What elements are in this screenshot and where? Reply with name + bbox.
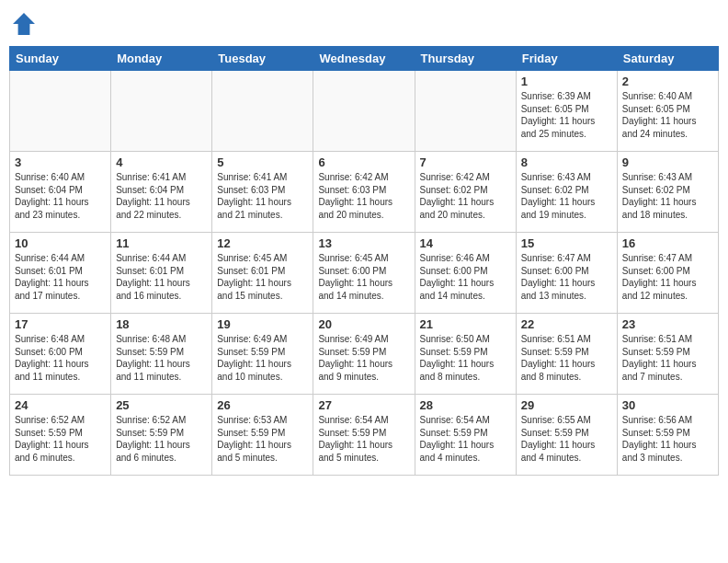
calendar-cell: 24Sunrise: 6:52 AMSunset: 5:59 PMDayligh… <box>10 395 111 476</box>
calendar-cell: 18Sunrise: 6:48 AMSunset: 5:59 PMDayligh… <box>111 314 212 395</box>
calendar-cell: 28Sunrise: 6:54 AMSunset: 5:59 PMDayligh… <box>415 395 516 476</box>
day-info: Sunrise: 6:55 AMSunset: 5:59 PMDaylight:… <box>521 414 612 464</box>
day-number: 4 <box>116 155 207 169</box>
day-number: 11 <box>116 236 207 250</box>
calendar-cell: 26Sunrise: 6:53 AMSunset: 5:59 PMDayligh… <box>212 395 313 476</box>
day-info: Sunrise: 6:47 AMSunset: 6:00 PMDaylight:… <box>521 252 612 302</box>
day-info: Sunrise: 6:49 AMSunset: 5:59 PMDaylight:… <box>217 333 308 383</box>
day-number: 13 <box>318 236 409 250</box>
day-info: Sunrise: 6:56 AMSunset: 5:59 PMDaylight:… <box>622 414 713 464</box>
svg-marker-0 <box>13 13 35 35</box>
day-info: Sunrise: 6:43 AMSunset: 6:02 PMDaylight:… <box>521 171 612 221</box>
calendar-cell <box>212 71 313 152</box>
calendar-cell: 12Sunrise: 6:45 AMSunset: 6:01 PMDayligh… <box>212 233 313 314</box>
day-info: Sunrise: 6:41 AMSunset: 6:04 PMDaylight:… <box>116 171 207 221</box>
day-number: 6 <box>318 155 409 169</box>
day-number: 20 <box>318 317 409 331</box>
day-number: 24 <box>15 398 106 412</box>
calendar-cell: 13Sunrise: 6:45 AMSunset: 6:00 PMDayligh… <box>313 233 415 314</box>
day-info: Sunrise: 6:43 AMSunset: 6:02 PMDaylight:… <box>622 171 713 221</box>
calendar-cell <box>10 71 111 152</box>
weekday-header: Sunday <box>10 47 111 71</box>
calendar-cell: 29Sunrise: 6:55 AMSunset: 5:59 PMDayligh… <box>516 395 617 476</box>
day-number: 15 <box>521 236 612 250</box>
calendar-cell: 1Sunrise: 6:39 AMSunset: 6:05 PMDaylight… <box>516 71 617 152</box>
day-number: 18 <box>116 317 207 331</box>
day-number: 2 <box>622 75 713 88</box>
calendar-cell: 9Sunrise: 6:43 AMSunset: 6:02 PMDaylight… <box>617 152 718 233</box>
day-info: Sunrise: 6:42 AMSunset: 6:02 PMDaylight:… <box>420 171 511 221</box>
day-info: Sunrise: 6:44 AMSunset: 6:01 PMDaylight:… <box>116 252 207 302</box>
day-number: 16 <box>622 236 713 250</box>
calendar-cell: 10Sunrise: 6:44 AMSunset: 6:01 PMDayligh… <box>10 233 111 314</box>
day-number: 12 <box>217 236 308 250</box>
calendar-cell: 23Sunrise: 6:51 AMSunset: 5:59 PMDayligh… <box>617 314 718 395</box>
calendar-cell: 2Sunrise: 6:40 AMSunset: 6:05 PMDaylight… <box>617 71 718 152</box>
day-number: 7 <box>420 155 511 169</box>
day-info: Sunrise: 6:47 AMSunset: 6:00 PMDaylight:… <box>622 252 713 302</box>
day-number: 30 <box>622 398 713 412</box>
day-info: Sunrise: 6:54 AMSunset: 5:59 PMDaylight:… <box>420 414 511 464</box>
day-number: 28 <box>420 398 511 412</box>
calendar-cell: 27Sunrise: 6:54 AMSunset: 5:59 PMDayligh… <box>313 395 415 476</box>
day-info: Sunrise: 6:40 AMSunset: 6:05 PMDaylight:… <box>622 90 713 140</box>
calendar-week-row: 1Sunrise: 6:39 AMSunset: 6:05 PMDaylight… <box>10 71 719 152</box>
day-info: Sunrise: 6:53 AMSunset: 5:59 PMDaylight:… <box>217 414 308 464</box>
calendar-cell: 5Sunrise: 6:41 AMSunset: 6:03 PMDaylight… <box>212 152 313 233</box>
day-number: 26 <box>217 398 308 412</box>
day-number: 17 <box>15 317 106 331</box>
calendar-cell: 30Sunrise: 6:56 AMSunset: 5:59 PMDayligh… <box>617 395 718 476</box>
calendar-cell: 11Sunrise: 6:44 AMSunset: 6:01 PMDayligh… <box>111 233 212 314</box>
day-number: 22 <box>521 317 612 331</box>
day-number: 9 <box>622 155 713 169</box>
calendar-week-row: 24Sunrise: 6:52 AMSunset: 5:59 PMDayligh… <box>10 395 719 476</box>
calendar-cell: 15Sunrise: 6:47 AMSunset: 6:00 PMDayligh… <box>516 233 617 314</box>
weekday-header: Thursday <box>415 47 516 71</box>
calendar-cell: 8Sunrise: 6:43 AMSunset: 6:02 PMDaylight… <box>516 152 617 233</box>
day-info: Sunrise: 6:52 AMSunset: 5:59 PMDaylight:… <box>116 414 207 464</box>
calendar-week-row: 10Sunrise: 6:44 AMSunset: 6:01 PMDayligh… <box>10 233 719 314</box>
day-number: 3 <box>15 155 106 169</box>
day-info: Sunrise: 6:50 AMSunset: 5:59 PMDaylight:… <box>420 333 511 383</box>
day-number: 14 <box>420 236 511 250</box>
calendar-cell: 20Sunrise: 6:49 AMSunset: 5:59 PMDayligh… <box>313 314 415 395</box>
calendar-week-row: 3Sunrise: 6:40 AMSunset: 6:04 PMDaylight… <box>10 152 719 233</box>
calendar-cell: 7Sunrise: 6:42 AMSunset: 6:02 PMDaylight… <box>415 152 516 233</box>
day-info: Sunrise: 6:45 AMSunset: 6:01 PMDaylight:… <box>217 252 308 302</box>
calendar-cell: 17Sunrise: 6:48 AMSunset: 6:00 PMDayligh… <box>10 314 111 395</box>
day-info: Sunrise: 6:51 AMSunset: 5:59 PMDaylight:… <box>622 333 713 383</box>
day-info: Sunrise: 6:46 AMSunset: 6:00 PMDaylight:… <box>420 252 511 302</box>
weekday-header: Friday <box>516 47 617 71</box>
day-info: Sunrise: 6:49 AMSunset: 5:59 PMDaylight:… <box>318 333 409 383</box>
logo <box>9 9 42 39</box>
weekday-header-row: SundayMondayTuesdayWednesdayThursdayFrid… <box>10 47 719 71</box>
day-info: Sunrise: 6:42 AMSunset: 6:03 PMDaylight:… <box>318 171 409 221</box>
calendar-cell: 3Sunrise: 6:40 AMSunset: 6:04 PMDaylight… <box>10 152 111 233</box>
day-info: Sunrise: 6:48 AMSunset: 5:59 PMDaylight:… <box>116 333 207 383</box>
day-number: 5 <box>217 155 308 169</box>
day-info: Sunrise: 6:54 AMSunset: 5:59 PMDaylight:… <box>318 414 409 464</box>
calendar: SundayMondayTuesdayWednesdayThursdayFrid… <box>9 46 719 476</box>
weekday-header: Wednesday <box>313 47 415 71</box>
calendar-cell: 19Sunrise: 6:49 AMSunset: 5:59 PMDayligh… <box>212 314 313 395</box>
day-info: Sunrise: 6:41 AMSunset: 6:03 PMDaylight:… <box>217 171 308 221</box>
weekday-header: Monday <box>111 47 212 71</box>
calendar-cell: 14Sunrise: 6:46 AMSunset: 6:00 PMDayligh… <box>415 233 516 314</box>
calendar-cell <box>313 71 415 152</box>
calendar-week-row: 17Sunrise: 6:48 AMSunset: 6:00 PMDayligh… <box>10 314 719 395</box>
day-number: 8 <box>521 155 612 169</box>
calendar-cell: 16Sunrise: 6:47 AMSunset: 6:00 PMDayligh… <box>617 233 718 314</box>
day-number: 10 <box>15 236 106 250</box>
weekday-header: Saturday <box>617 47 718 71</box>
day-number: 29 <box>521 398 612 412</box>
day-number: 25 <box>116 398 207 412</box>
calendar-cell: 25Sunrise: 6:52 AMSunset: 5:59 PMDayligh… <box>111 395 212 476</box>
day-number: 1 <box>521 75 612 88</box>
day-info: Sunrise: 6:40 AMSunset: 6:04 PMDaylight:… <box>15 171 106 221</box>
calendar-cell <box>111 71 212 152</box>
day-number: 19 <box>217 317 308 331</box>
day-number: 23 <box>622 317 713 331</box>
day-info: Sunrise: 6:52 AMSunset: 5:59 PMDaylight:… <box>15 414 106 464</box>
day-number: 27 <box>318 398 409 412</box>
calendar-cell: 4Sunrise: 6:41 AMSunset: 6:04 PMDaylight… <box>111 152 212 233</box>
